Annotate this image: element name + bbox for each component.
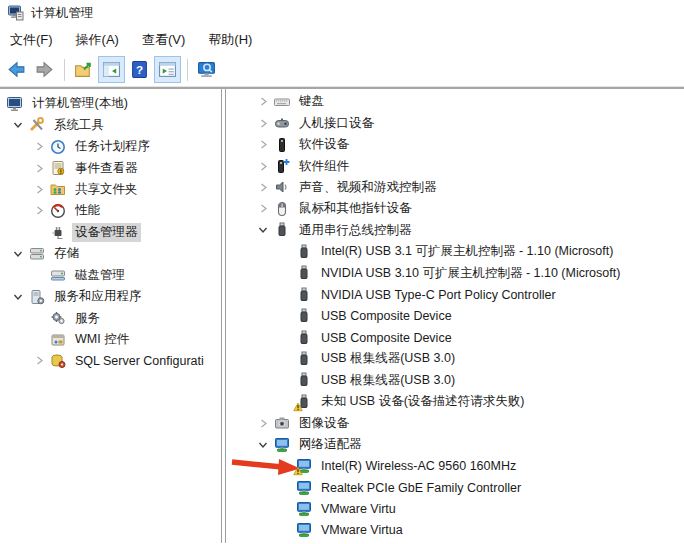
tree-item[interactable]: VMware Virtu (226, 498, 684, 519)
audio-icon (273, 179, 291, 195)
chevron-right-icon[interactable] (29, 142, 49, 151)
tree-item[interactable]: 服务 (0, 307, 221, 328)
software-device-icon (273, 137, 291, 153)
usb-icon (295, 287, 313, 303)
task-scheduler-icon (49, 139, 67, 155)
console-tree-pane: 计算机管理(本地)系统工具任务计划程序事件查看器共享文件夹性能设备管理器存储磁盘… (0, 89, 222, 543)
tree-item[interactable]: WMI 控件 (0, 329, 221, 350)
forward-button[interactable] (31, 56, 58, 83)
warning-badge-icon (293, 466, 303, 476)
chevron-right-icon[interactable] (253, 419, 273, 428)
shared-folder-icon (49, 181, 67, 197)
chevron-right-icon[interactable] (29, 164, 49, 173)
tree-item-label: 服务和应用程序 (51, 287, 145, 306)
sql-server-icon (49, 353, 67, 369)
tree-item-label: SQL Server Configurati (72, 353, 207, 369)
tree-item[interactable]: 鼠标和其他指针设备 (226, 198, 684, 219)
imaging-icon (273, 415, 291, 431)
network-icon (295, 501, 313, 517)
chevron-right-icon[interactable] (253, 97, 273, 106)
tree-item[interactable]: Intel(R) Wireless-AC 9560 160MHz (226, 455, 684, 476)
help-button[interactable]: ? (126, 56, 153, 83)
tree-item[interactable]: USB 根集线器(USB 3.0) (226, 370, 684, 391)
usb-icon (295, 265, 313, 281)
usb-icon (273, 222, 291, 238)
action-pane-window-icon (158, 60, 177, 79)
tree-item-label: 性能 (72, 201, 103, 220)
tree-item[interactable]: USB Composite Device (226, 305, 684, 326)
tree-item[interactable]: 声音、视频和游戏控制器 (226, 177, 684, 198)
chevron-right-icon[interactable] (253, 162, 273, 171)
window-title: 计算机管理 (31, 5, 94, 22)
tree-item[interactable]: 人机接口设备 (226, 112, 684, 133)
menu-help[interactable]: 帮助(H) (199, 27, 261, 53)
tree-item-label: 键盘 (296, 92, 327, 111)
hid-icon (273, 115, 291, 131)
tree-item[interactable]: 计算机管理(本地) (0, 93, 221, 114)
up-level-button[interactable] (70, 56, 97, 83)
tree-item[interactable]: 键盘 (226, 91, 684, 112)
tree-item[interactable]: 设备管理器 (0, 222, 221, 243)
tree-item[interactable]: VMware Virtua (226, 520, 684, 541)
services-icon (49, 310, 67, 326)
tree-item[interactable]: 磁盘管理 (0, 265, 221, 286)
tree-item[interactable]: 通用串行总线控制器 (226, 220, 684, 241)
tree-item[interactable]: Intel(R) USB 3.1 可扩展主机控制器 - 1.10 (Micros… (226, 241, 684, 262)
toolbar-separator (187, 59, 188, 81)
chevron-down-icon[interactable] (8, 120, 28, 130)
tree-item-label: 人机接口设备 (296, 114, 377, 133)
show-console-tree-button[interactable] (98, 56, 125, 83)
tree-item-label: 事件查看器 (72, 159, 141, 178)
chevron-right-icon[interactable] (253, 140, 273, 149)
tree-item[interactable]: 性能 (0, 200, 221, 221)
tree-item[interactable]: 存储 (0, 243, 221, 264)
menu-file[interactable]: 文件(F) (1, 27, 62, 53)
network-icon (295, 480, 313, 496)
chevron-right-icon[interactable] (29, 356, 49, 365)
tree-item[interactable]: 图像设备 (226, 413, 684, 434)
menu-action[interactable]: 操作(A) (67, 27, 128, 53)
tree-item-label: 网络适配器 (296, 435, 365, 454)
console-view-button[interactable] (193, 56, 220, 83)
tree-item-label: 共享文件夹 (72, 180, 141, 199)
chevron-down-icon[interactable] (253, 440, 273, 450)
menu-bar: 文件(F) 操作(A) 查看(V) 帮助(H) (0, 26, 684, 53)
tree-item[interactable]: 任务计划程序 (0, 136, 221, 157)
tree-item[interactable]: 事件查看器 (0, 157, 221, 178)
network-icon (295, 522, 313, 538)
show-action-pane-button[interactable] (154, 56, 181, 83)
tree-item[interactable]: 服务和应用程序 (0, 286, 221, 307)
tree-item[interactable]: USB Composite Device (226, 327, 684, 348)
software-component-icon (273, 158, 291, 174)
chevron-down-icon[interactable] (8, 249, 28, 259)
tree-item[interactable]: NVIDIA USB 3.10 可扩展主机控制器 - 1.10 (Microso… (226, 263, 684, 284)
tree-item[interactable]: 系统工具 (0, 114, 221, 135)
back-button[interactable] (3, 56, 30, 83)
chevron-right-icon[interactable] (253, 183, 273, 192)
chevron-right-icon[interactable] (29, 206, 49, 215)
tree-item[interactable]: 软件设备 (226, 134, 684, 155)
tree-item[interactable]: 网络适配器 (226, 434, 684, 455)
tree-item[interactable]: USB 根集线器(USB 3.0) (226, 348, 684, 369)
tree-item-label: 图像设备 (296, 414, 352, 433)
chevron-right-icon[interactable] (29, 185, 49, 194)
main-content: 计算机管理(本地)系统工具任务计划程序事件查看器共享文件夹性能设备管理器存储磁盘… (0, 89, 684, 543)
tree-item[interactable]: SQL Server Configurati (0, 350, 221, 371)
chevron-right-icon[interactable] (253, 119, 273, 128)
chevron-down-icon[interactable] (8, 292, 28, 302)
menu-view[interactable]: 查看(V) (133, 27, 194, 53)
performance-icon (49, 203, 67, 219)
network-warning-icon (295, 458, 313, 474)
keyboard-icon (273, 94, 291, 110)
help-icon: ? (130, 60, 149, 79)
tree-item[interactable]: 共享文件夹 (0, 179, 221, 200)
chevron-right-icon[interactable] (253, 204, 273, 213)
chevron-down-icon[interactable] (253, 225, 273, 235)
usb-icon (295, 372, 313, 388)
tree-item[interactable]: Realtek PCIe GbE Family Controller (226, 477, 684, 498)
tree-item-label: 声音、视频和游戏控制器 (296, 178, 440, 197)
tree-item-label: Realtek PCIe GbE Family Controller (318, 480, 524, 496)
tree-item[interactable]: 未知 USB 设备(设备描述符请求失败) (226, 391, 684, 412)
tree-item[interactable]: NVIDIA USB Type-C Port Policy Controller (226, 284, 684, 305)
tree-item[interactable]: 软件组件 (226, 155, 684, 176)
